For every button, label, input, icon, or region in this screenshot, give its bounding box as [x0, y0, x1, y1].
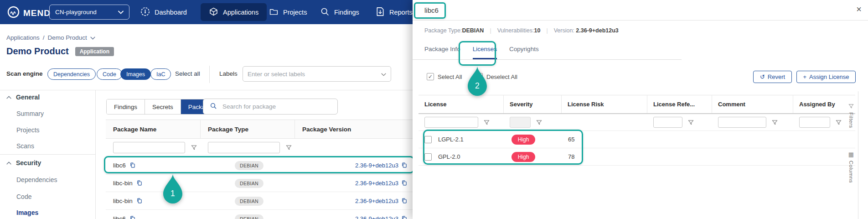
- breadcrumb-applications[interactable]: Applications: [6, 34, 40, 41]
- package-name[interactable]: libc-bin: [113, 198, 133, 204]
- package-version-link[interactable]: 2.36-9+deb12u3: [355, 162, 398, 169]
- filter-severity-input[interactable]: [510, 117, 531, 128]
- divider: [209, 66, 210, 83]
- copy-icon[interactable]: [401, 215, 408, 219]
- package-version-link[interactable]: 2.36-9+deb12u3: [355, 180, 398, 187]
- breadcrumb-separator: /: [43, 34, 45, 41]
- tab-licenses[interactable]: Licenses: [473, 46, 497, 59]
- nav-item-findings[interactable]: Findings: [320, 0, 359, 24]
- sidebar-item-summary[interactable]: Summary: [16, 110, 44, 117]
- license-row[interactable]: GPL-2.0 High 78: [418, 148, 855, 166]
- copy-icon[interactable]: [401, 198, 408, 204]
- filter-funnel-icon[interactable]: [848, 103, 854, 110]
- table-row[interactable]: libc6 DEBIAN 2.36-9+deb12u3: [106, 210, 414, 219]
- package-version-link[interactable]: 2.36-9+deb12u3: [355, 198, 398, 204]
- table-row[interactable]: libc-bin DEBIAN 2.36-9+deb12u3: [106, 174, 414, 192]
- column-package-type[interactable]: Package Type: [201, 120, 295, 138]
- annotation-step-number: 1: [163, 189, 183, 198]
- org-selector-dropdown[interactable]: CN-playground: [49, 5, 129, 20]
- column-package-name[interactable]: Package Name: [106, 120, 201, 138]
- copy-icon[interactable]: [129, 162, 136, 168]
- row-checkbox[interactable]: [424, 136, 432, 143]
- breadcrumb-current[interactable]: Demo Product: [48, 34, 87, 41]
- copy-icon[interactable]: [136, 198, 143, 204]
- sidebar-item-dependencies[interactable]: Dependencies: [16, 176, 57, 183]
- column-severity[interactable]: Severity: [504, 95, 562, 113]
- sidebar-section-general[interactable]: General: [6, 94, 40, 101]
- sidebar-item-projects[interactable]: Projects: [16, 126, 40, 134]
- tab-findings[interactable]: Findings: [107, 99, 145, 114]
- copy-icon[interactable]: [401, 180, 408, 186]
- nav-item-applications[interactable]: Applications: [201, 3, 267, 21]
- package-name[interactable]: libc6: [113, 162, 126, 169]
- packages-table: Package Name Package Type Package Versio…: [106, 120, 414, 219]
- column-comment[interactable]: Comment: [712, 95, 793, 113]
- row-checkbox[interactable]: [424, 153, 432, 161]
- columns-grid-icon[interactable]: ▦: [848, 151, 854, 158]
- annotation-pin-2: 2: [467, 66, 487, 96]
- table-row[interactable]: libc-bin DEBIAN 2.36-9+deb12u3: [106, 192, 414, 210]
- chevron-down-icon[interactable]: [381, 70, 386, 78]
- rail-columns-button[interactable]: Columns: [848, 161, 854, 183]
- filter-funnel-icon[interactable]: [835, 119, 842, 126]
- section-title: Security: [16, 159, 41, 167]
- assign-license-button[interactable]: + Assign License: [796, 71, 856, 83]
- pill-iac[interactable]: IaC: [150, 68, 171, 80]
- rail-filters-button[interactable]: Filters: [848, 112, 854, 128]
- mend-logo[interactable]: MEND: [7, 6, 51, 20]
- chevron-down-icon[interactable]: [90, 34, 95, 41]
- filter-funnel-icon[interactable]: [687, 119, 694, 126]
- package-search-input[interactable]: [222, 103, 331, 110]
- drawer-header: libc6 ×: [413, 0, 868, 21]
- sidebar-item-scans[interactable]: Scans: [16, 142, 34, 150]
- filter-license-reference-input[interactable]: [653, 117, 682, 128]
- copy-icon[interactable]: [401, 162, 408, 168]
- nav-item-projects[interactable]: Projects: [269, 0, 307, 24]
- copy-icon[interactable]: [129, 215, 136, 219]
- sidebar-section-security[interactable]: Security: [6, 159, 41, 167]
- table-row[interactable]: libc6 DEBIAN 2.36-9+deb12u3: [106, 156, 414, 174]
- filter-package-name-input[interactable]: [113, 142, 185, 153]
- nav-item-dashboard[interactable]: Dashboard: [140, 0, 187, 24]
- nav-label: Reports: [389, 9, 413, 16]
- pill-code[interactable]: Code: [97, 68, 122, 80]
- filter-funnel-icon[interactable]: [771, 119, 778, 126]
- package-version-link[interactable]: 2.36-9+deb12u3: [355, 215, 398, 219]
- filter-assigned-by-input[interactable]: [799, 117, 830, 128]
- labels-input[interactable]: [248, 71, 381, 78]
- filter-package-type-input[interactable]: [208, 142, 280, 153]
- tab-copyrights[interactable]: Copyrights: [509, 46, 539, 59]
- license-name: GPL-2.0: [438, 153, 460, 160]
- tab-package-info[interactable]: Package Info: [424, 46, 460, 59]
- sidebar-item-code[interactable]: Code: [16, 193, 31, 200]
- column-license-reference[interactable]: License Refe...: [647, 95, 712, 113]
- column-license-risk[interactable]: License Risk: [562, 95, 647, 113]
- checkbox-checked-icon[interactable]: ✓: [427, 73, 434, 80]
- license-row[interactable]: LGPL-2.1 High 65: [418, 131, 855, 148]
- revert-button[interactable]: ↺ Revert: [753, 71, 792, 83]
- pill-dependencies[interactable]: Dependencies: [47, 68, 96, 80]
- meta-label: Package Type:: [424, 27, 462, 34]
- select-all-control[interactable]: ✓ Select All: [427, 73, 462, 80]
- column-license[interactable]: License: [418, 95, 504, 113]
- close-icon[interactable]: ×: [856, 5, 862, 14]
- sidebar-item-images[interactable]: Images: [16, 209, 38, 216]
- tab-secrets[interactable]: Secrets: [145, 99, 181, 114]
- nav-item-reports[interactable]: Reports: [376, 0, 413, 24]
- column-package-version[interactable]: Package Version: [295, 120, 414, 138]
- filter-funnel-icon[interactable]: [285, 144, 292, 151]
- package-name[interactable]: libc-bin: [113, 180, 133, 187]
- package-name[interactable]: libc6: [113, 215, 126, 219]
- chevron-up-icon: [6, 96, 11, 99]
- package-type-badge: DEBIAN: [235, 214, 264, 219]
- filter-funnel-icon[interactable]: [536, 119, 542, 126]
- filter-funnel-icon[interactable]: [483, 119, 490, 126]
- pill-images[interactable]: Images: [120, 68, 151, 80]
- select-all-engines-link[interactable]: Select all: [175, 70, 200, 77]
- filter-comment-input[interactable]: [718, 117, 766, 128]
- copy-icon[interactable]: [136, 180, 143, 186]
- filter-license-input[interactable]: [424, 117, 478, 128]
- org-selector-value: CN-playground: [55, 9, 97, 16]
- meta-value: 10: [534, 27, 540, 34]
- filter-funnel-icon[interactable]: [191, 144, 197, 151]
